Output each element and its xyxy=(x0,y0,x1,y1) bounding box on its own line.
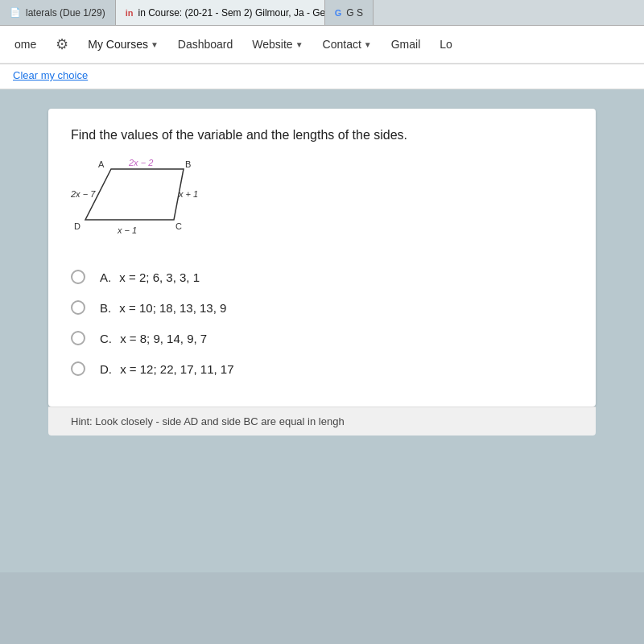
tab-course[interactable]: in in Course: (20-21 - Sem 2) Gilmour, J… xyxy=(116,0,325,25)
svg-text:A: A xyxy=(98,159,105,169)
nav-lo[interactable]: Lo xyxy=(431,33,460,56)
option-d[interactable]: D. x = 12; 22, 17, 11, 17 xyxy=(71,353,573,384)
option-b-label: B. x = 10; 18, 13, 13, 9 xyxy=(100,301,226,315)
nav-home-label: ome xyxy=(14,38,36,51)
svg-text:D: D xyxy=(74,221,80,231)
option-a-label: A. x = 2; 6, 3, 3, 1 xyxy=(100,270,200,284)
option-d-letter: D. xyxy=(100,362,112,376)
option-b-text: x = 10; 18, 13, 13, 9 xyxy=(119,301,226,315)
tab-course-favicon: in xyxy=(126,8,134,18)
svg-text:2x − 2: 2x − 2 xyxy=(128,158,153,167)
radio-b[interactable] xyxy=(71,300,85,315)
nav-website[interactable]: Website ▼ xyxy=(244,33,311,56)
chevron-down-icon-3: ▼ xyxy=(364,40,372,49)
tab-course-label: in Course: (20-21 - Sem 2) Gilmour, Ja -… xyxy=(138,7,325,19)
option-d-label: D. x = 12; 22, 17, 11, 17 xyxy=(100,362,234,376)
option-b-letter: B. xyxy=(100,301,111,315)
radio-d[interactable] xyxy=(71,361,85,376)
tab-bar: 📄 laterals (Due 1/29) in in Course: (20-… xyxy=(0,0,644,26)
svg-text:x + 1: x + 1 xyxy=(178,189,198,199)
question-text: Find the values of the variable and the … xyxy=(71,128,573,142)
svg-text:B: B xyxy=(185,159,191,169)
tab-google[interactable]: G G S xyxy=(325,0,374,25)
nav-gmail[interactable]: Gmail xyxy=(383,33,429,56)
option-c-letter: C. xyxy=(100,332,112,345)
nav-my-courses-label: My Courses xyxy=(88,38,148,51)
nav-dashboard-label: Dashboard xyxy=(178,38,233,51)
radio-c[interactable] xyxy=(71,331,85,345)
tab-google-favicon: G xyxy=(335,8,342,18)
option-a-letter: A. xyxy=(100,270,111,284)
tab-laterals-label: laterals (Due 1/29) xyxy=(26,7,105,19)
nav-my-courses[interactable]: My Courses ▼ xyxy=(80,33,167,56)
nav-website-label: Website xyxy=(252,38,292,51)
main-content: Find the values of the variable and the … xyxy=(0,89,644,572)
gear-icon: ⚙ xyxy=(56,35,68,53)
option-b[interactable]: B. x = 10; 18, 13, 13, 9 xyxy=(71,292,573,323)
option-a-text: x = 2; 6, 3, 3, 1 xyxy=(119,270,200,284)
nav-contact-label: Contact xyxy=(323,38,361,51)
nav-dashboard[interactable]: Dashboard xyxy=(170,33,242,56)
geometry-figure: A B C D 2x − 2 x + 1 x − 1 2x − 7 xyxy=(71,157,248,246)
hint-text: Hint: Look closely - side AD and side BC… xyxy=(71,415,345,427)
options-list: A. x = 2; 6, 3, 3, 1 B. x = 10; 18, 13, … xyxy=(71,262,573,384)
nav-home[interactable]: ome xyxy=(6,33,44,56)
svg-text:C: C xyxy=(175,221,182,231)
option-c-label: C. x = 8; 9, 14, 9, 7 xyxy=(100,332,207,345)
chevron-down-icon: ▼ xyxy=(151,40,159,49)
option-a[interactable]: A. x = 2; 6, 3, 3, 1 xyxy=(71,262,573,292)
nav-lo-label: Lo xyxy=(440,38,452,51)
question-card: Find the values of the variable and the … xyxy=(48,109,596,407)
option-c[interactable]: C. x = 8; 9, 14, 9, 7 xyxy=(71,323,573,353)
figure-container: A B C D 2x − 2 x + 1 x − 1 2x − 7 xyxy=(71,157,573,246)
chevron-down-icon-2: ▼ xyxy=(295,40,303,49)
svg-marker-0 xyxy=(85,169,184,220)
tab-laterals-favicon: 📄 xyxy=(10,7,21,18)
nav-gmail-label: Gmail xyxy=(391,38,421,51)
option-c-text: x = 8; 9, 14, 9, 7 xyxy=(120,332,207,345)
svg-text:x − 1: x − 1 xyxy=(117,225,137,235)
option-d-text: x = 12; 22, 17, 11, 17 xyxy=(120,362,233,376)
tab-google-label: G S xyxy=(346,7,363,19)
nav-bar: ome ⚙ My Courses ▼ Dashboard Website ▼ C… xyxy=(0,26,644,64)
nav-contact[interactable]: Contact ▼ xyxy=(315,33,380,56)
tab-laterals[interactable]: 📄 laterals (Due 1/29) xyxy=(0,0,116,25)
sub-nav: Clear my choice xyxy=(0,64,644,89)
svg-text:2x − 7: 2x − 7 xyxy=(71,189,96,199)
clear-choice-link[interactable]: Clear my choice xyxy=(13,69,88,81)
hint-bar: Hint: Look closely - side AD and side BC… xyxy=(48,407,596,436)
radio-a[interactable] xyxy=(71,270,85,284)
nav-gear[interactable]: ⚙ xyxy=(47,31,76,58)
